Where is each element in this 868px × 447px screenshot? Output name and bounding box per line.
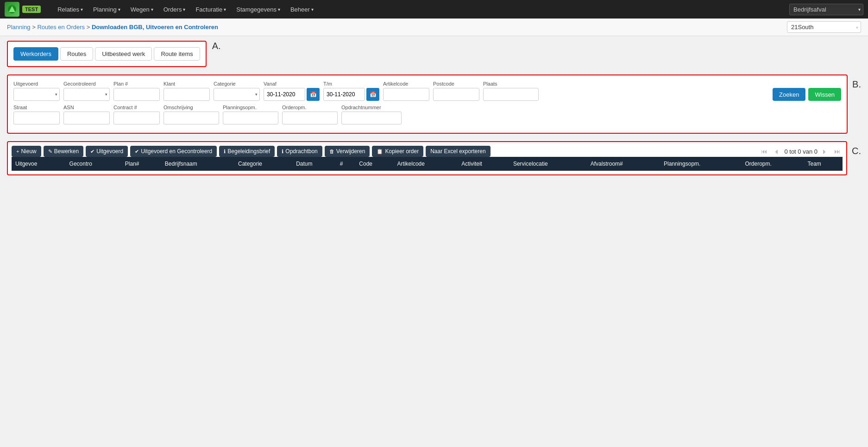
cal-btn-tm[interactable]: 📅 <box>366 88 379 101</box>
company-select[interactable]: Bedrijfsafval <box>789 4 863 15</box>
filter-klant: Klant <box>164 81 210 101</box>
plus-icon: + <box>16 149 19 154</box>
pagination-info: ⏮ ⏴ 0 tot 0 van 0 ⏵ ⏭ <box>759 147 843 156</box>
search-button[interactable]: Zoeken <box>773 88 805 101</box>
input-straat[interactable] <box>13 112 60 124</box>
relaties-dropdown-icon: ▾ <box>81 7 83 12</box>
input-contract[interactable] <box>113 112 160 124</box>
checkmark-icon: ✔ <box>135 149 139 155</box>
pag-last[interactable]: ⏭ <box>832 147 843 156</box>
tab-routes[interactable]: Routes <box>60 47 93 61</box>
filter-row-2: Straat ASN Contract # Omschrijving Plann… <box>13 105 841 124</box>
calendar-icon-tm: 📅 <box>370 91 377 98</box>
pag-next[interactable]: ⏵ <box>820 147 830 156</box>
tab-route-items[interactable]: Route items <box>154 47 200 61</box>
select-categorie[interactable] <box>214 88 260 101</box>
nav-facturatie[interactable]: Facturatie ▾ <box>191 3 231 16</box>
nav-orders[interactable]: Orders ▾ <box>159 3 190 16</box>
col-plan: Plan# <box>121 157 161 171</box>
select-uitgevoerd[interactable] <box>13 88 60 101</box>
facturatie-dropdown-icon: ▾ <box>224 7 226 12</box>
filter-vanaf: Vanaf 30-11-2020 📅 <box>264 81 320 101</box>
data-table: Uitgevoe Gecontro Plan# Bedrijfsnaam Cat… <box>12 157 843 171</box>
subsidiary-select[interactable]: 21South <box>787 21 861 33</box>
trash-icon: 🗑 <box>329 149 334 154</box>
input-klant[interactable] <box>164 88 210 101</box>
filter-straat: Straat <box>13 105 60 124</box>
tab-uitbesteed-werk[interactable]: Uitbesteed werk <box>95 47 152 61</box>
filter-plaats: Plaats <box>483 81 539 101</box>
company-selector-wrapper: Bedrijfsafval ▾ <box>789 4 863 15</box>
btn-kopieer-order[interactable]: 📋 Kopieer order <box>372 146 423 157</box>
col-datum: Datum <box>292 157 336 171</box>
btn-opdrachtbon[interactable]: ℹ Opdrachtbon <box>277 146 322 157</box>
main-content: Werkorders Routes Uitbesteed werk Route … <box>0 36 868 446</box>
input-planningsopm[interactable] <box>223 112 278 124</box>
label-klant: Klant <box>164 81 210 87</box>
input-tm[interactable]: 30-11-2020 <box>323 88 365 101</box>
filter-artikelcode: Artikelcode <box>383 81 429 101</box>
nav-wegen[interactable]: Wegen ▾ <box>126 3 158 16</box>
btn-verwijderen[interactable]: 🗑 Verwijderen <box>325 146 370 157</box>
app-logo <box>5 2 19 17</box>
input-postcode[interactable] <box>433 88 479 101</box>
label-plan: Plan # <box>113 81 160 87</box>
wegen-dropdown-icon: ▾ <box>151 7 153 12</box>
pag-prev[interactable]: ⏴ <box>772 147 782 156</box>
subsidiary-selector-wrapper: 21South ▾ <box>787 21 861 33</box>
label-vanaf: Vanaf <box>264 81 320 87</box>
btn-begeleidingsbrief[interactable]: ℹ Begeleidingsbrief <box>219 146 275 157</box>
pag-first[interactable]: ⏮ <box>759 147 769 156</box>
filter-row-1: Uitgevoerd ▾ Gecontroleerd ▾ Plan # <box>13 81 841 101</box>
btn-excel-export[interactable]: Naar Excel exporteren <box>426 146 490 157</box>
col-artikelcode: Artikelcode <box>394 157 458 171</box>
input-plaats[interactable] <box>483 88 539 101</box>
btn-bewerken[interactable]: ✎ Bewerken <box>44 146 83 157</box>
label-opdrachtnummer: Opdrachtnummer <box>341 105 402 110</box>
label-categorie: Categorie <box>214 81 260 87</box>
label-plaats: Plaats <box>483 81 539 87</box>
col-servicelocatie: Servicelocatie <box>509 157 587 171</box>
input-opdrachtnummer[interactable] <box>341 112 402 124</box>
tab-werkorders[interactable]: Werkorders <box>13 47 58 61</box>
filter-contract: Contract # <box>113 105 160 124</box>
brand: TEST <box>5 2 41 17</box>
btn-uitgevoerd-gecontroleerd[interactable]: ✔ Uitgevoerd en Gecontroleerd <box>130 146 217 157</box>
calendar-icon-vanaf: 📅 <box>310 91 317 98</box>
edit-icon: ✎ <box>48 149 52 155</box>
filter-orderopm: Orderopm. <box>282 105 338 124</box>
filter-gecontroleerd: Gecontroleerd ▾ <box>63 81 110 101</box>
nav-stamgegevens[interactable]: Stamgegevens ▾ <box>232 3 285 16</box>
input-plan[interactable] <box>113 88 160 101</box>
nav-beheer[interactable]: Beheer ▾ <box>286 3 318 16</box>
btn-nieuw[interactable]: + Nieuw <box>12 146 41 157</box>
filter-categorie: Categorie ▾ <box>214 81 260 101</box>
filter-planningsopm: Planningsopm. <box>223 105 278 124</box>
select-gecontroleerd[interactable] <box>63 88 110 101</box>
breadcrumb-current: Downloaden BGB, Uitvoeren en Controleren <box>92 24 218 31</box>
section-a-label: A. <box>212 41 221 51</box>
nav-relaties[interactable]: Relaties ▾ <box>53 3 88 16</box>
filter-postcode: Postcode <box>433 81 479 101</box>
info-icon: ℹ <box>224 149 226 155</box>
input-omschrijving[interactable] <box>164 112 219 124</box>
label-gecontroleerd: Gecontroleerd <box>63 81 110 87</box>
filter-asn: ASN <box>63 105 110 124</box>
nav-planning[interactable]: Planning ▾ <box>88 3 125 16</box>
input-vanaf[interactable]: 30-11-2020 <box>264 88 305 101</box>
input-asn[interactable] <box>63 112 110 124</box>
label-tm: T/m <box>323 81 379 87</box>
label-uitgevoerd: Uitgevoerd <box>13 81 60 87</box>
filter-uitgevoerd: Uitgevoerd ▾ <box>13 81 60 101</box>
col-activiteit: Activiteit <box>458 157 509 171</box>
section-b-label: B. <box>852 79 861 90</box>
btn-uitgevoerd[interactable]: ✔ Uitgevoerd <box>86 146 128 157</box>
cal-btn-vanaf[interactable]: 📅 <box>307 88 320 101</box>
input-orderopm[interactable] <box>282 112 338 124</box>
input-artikelcode[interactable] <box>383 88 429 101</box>
clear-button[interactable]: Wissen <box>808 88 841 101</box>
breadcrumb-planning[interactable]: Planning <box>7 24 31 31</box>
breadcrumb-routes[interactable]: Routes en Orders <box>37 24 85 31</box>
breadcrumb: Planning > Routes en Orders > Downloaden… <box>7 24 218 31</box>
label-asn: ASN <box>63 105 110 110</box>
